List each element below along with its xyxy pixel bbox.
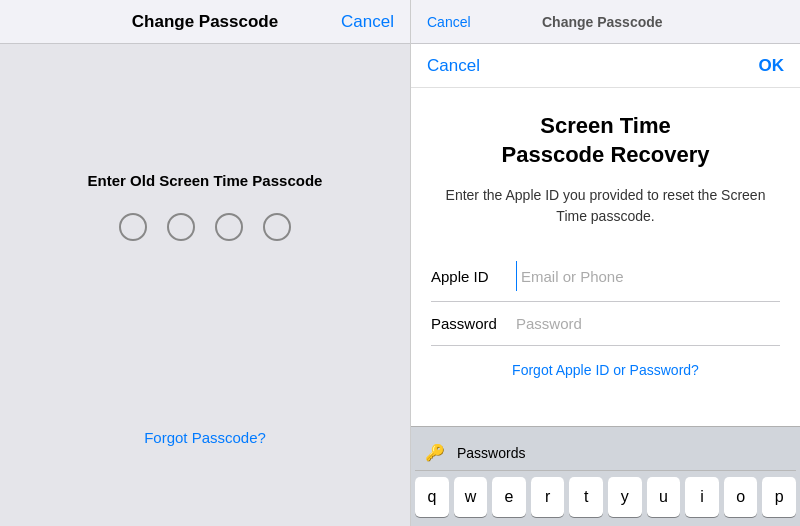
passcode-dots <box>119 213 291 241</box>
apple-id-label: Apple ID <box>431 268 516 285</box>
key-q[interactable]: q <box>415 477 449 517</box>
recovery-title: Screen Time Passcode Recovery <box>431 112 780 169</box>
passcode-dot-1 <box>119 213 147 241</box>
password-label: Password <box>431 315 516 332</box>
key-e[interactable]: e <box>492 477 526 517</box>
apple-id-input[interactable]: Email or Phone <box>521 268 780 285</box>
right-ok-button[interactable]: OK <box>759 56 785 76</box>
passcode-dot-2 <box>167 213 195 241</box>
key-u[interactable]: u <box>647 477 681 517</box>
key-t[interactable]: t <box>569 477 603 517</box>
left-cancel-button[interactable]: Cancel <box>341 12 394 32</box>
left-panel: Change Passcode Cancel Enter Old Screen … <box>0 0 410 526</box>
keyboard-area: 🔑 Passwords q w e r t y u i o p <box>411 426 800 526</box>
key-r[interactable]: r <box>531 477 565 517</box>
key-p[interactable]: p <box>762 477 796 517</box>
right-header-title-partial: Change Passcode <box>542 14 663 30</box>
right-panel: Cancel Change Passcode Cancel OK Screen … <box>410 0 800 526</box>
passcode-dot-4 <box>263 213 291 241</box>
right-body: Screen Time Passcode Recovery Enter the … <box>411 88 800 426</box>
forgot-passcode-link[interactable]: Forgot Passcode? <box>144 429 266 446</box>
right-header-partial: Cancel Change Passcode <box>411 0 800 44</box>
keyboard-suggestion-bar[interactable]: 🔑 Passwords <box>415 435 796 471</box>
cursor-blink <box>516 261 517 291</box>
apple-id-field-row: Apple ID Email or Phone <box>431 251 780 302</box>
recovery-description: Enter the Apple ID you provided to reset… <box>431 185 780 227</box>
right-header-cancel-partial[interactable]: Cancel <box>427 14 471 30</box>
passcode-prompt: Enter Old Screen Time Passcode <box>88 172 323 189</box>
right-nav: Cancel OK <box>411 44 800 88</box>
left-header-title: Change Passcode <box>132 12 278 32</box>
left-content: Enter Old Screen Time Passcode <box>0 44 410 429</box>
password-field-row: Password Password <box>431 302 780 346</box>
key-o[interactable]: o <box>724 477 758 517</box>
forgot-apple-id-link[interactable]: Forgot Apple ID or Password? <box>431 362 780 378</box>
key-i[interactable]: i <box>685 477 719 517</box>
key-icon: 🔑 <box>425 443 445 462</box>
keyboard-row-1: q w e r t y u i o p <box>415 477 796 517</box>
password-input[interactable]: Password <box>516 315 780 332</box>
key-y[interactable]: y <box>608 477 642 517</box>
key-w[interactable]: w <box>454 477 488 517</box>
suggestion-passwords: Passwords <box>457 445 525 461</box>
right-cancel-button[interactable]: Cancel <box>427 56 480 76</box>
passcode-dot-3 <box>215 213 243 241</box>
left-header: Change Passcode Cancel <box>0 0 410 44</box>
